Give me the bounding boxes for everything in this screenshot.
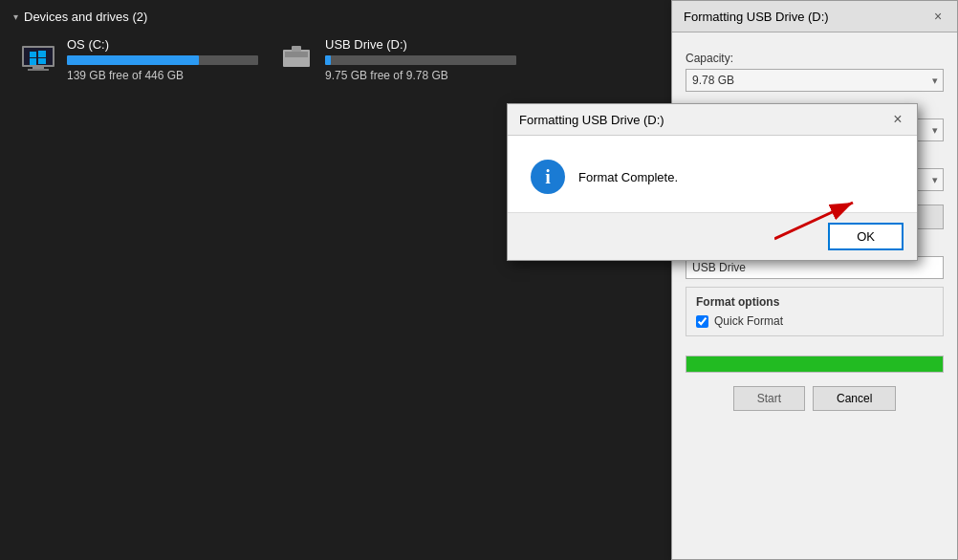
os-drive-free: 139 GB free of 446 GB xyxy=(67,69,258,82)
progress-bar-container xyxy=(686,355,944,373)
start-button[interactable]: Start xyxy=(733,386,805,411)
capacity-select-wrapper: 9.78 GB xyxy=(686,69,944,92)
ok-button[interactable]: OK xyxy=(828,223,904,250)
format-bg-close-button[interactable]: × xyxy=(930,9,946,24)
format-bg-title-bar: Formatting USB Drive (D:) × xyxy=(672,1,957,32)
devices-header-label: Devices and drives (2) xyxy=(24,10,147,24)
usb-drive-free: 9.75 GB free of 9.78 GB xyxy=(325,69,516,82)
os-drive-bar-fill xyxy=(67,55,199,65)
format-complete-dialog: Formatting USB Drive (D:) × i Format Com… xyxy=(507,103,918,261)
cancel-button[interactable]: Cancel xyxy=(813,386,896,411)
usb-drive-bar-container xyxy=(325,55,516,65)
format-dialog-background: Formatting USB Drive (D:) × Capacity: 9.… xyxy=(671,0,958,560)
quick-format-checkbox[interactable] xyxy=(696,315,708,328)
svg-rect-3 xyxy=(38,51,46,57)
drives-container: OS (C:) 139 GB free of 446 GB USB Drive … xyxy=(10,37,621,82)
format-complete-body: i Format Complete. xyxy=(508,136,917,212)
svg-rect-2 xyxy=(30,52,36,57)
usb-drive-bar-fill xyxy=(325,55,331,65)
format-bg-title: Formatting USB Drive (D:) xyxy=(684,10,829,24)
format-options-group: Format options Quick Format xyxy=(686,287,944,336)
os-drive-name: OS (C:) xyxy=(67,37,258,52)
chevron-down-icon: ▾ xyxy=(13,11,18,22)
usb-drive-info: USB Drive (D:) 9.75 GB free of 9.78 GB xyxy=(325,37,516,82)
format-footer: Start Cancel xyxy=(686,386,944,411)
capacity-label: Capacity: xyxy=(686,52,944,65)
devices-section: ▾ Devices and drives (2) xyxy=(10,8,621,82)
format-complete-footer: OK xyxy=(508,212,917,260)
progress-bar-fill xyxy=(686,356,943,372)
format-complete-title-bar: Formatting USB Drive (D:) × xyxy=(508,104,917,136)
svg-rect-5 xyxy=(38,58,46,64)
svg-rect-7 xyxy=(28,69,49,71)
usb-drive-item[interactable]: USB Drive (D:) 9.75 GB free of 9.78 GB xyxy=(277,37,516,82)
quick-format-label: Quick Format xyxy=(714,314,783,328)
devices-header: ▾ Devices and drives (2) xyxy=(10,8,621,26)
os-drive-info: OS (C:) 139 GB free of 446 GB xyxy=(67,37,258,82)
svg-rect-4 xyxy=(30,58,36,65)
info-icon: i xyxy=(531,160,565,194)
format-complete-close-button[interactable]: × xyxy=(890,112,905,127)
quick-format-row: Quick Format xyxy=(696,314,933,328)
format-complete-title: Formatting USB Drive (D:) xyxy=(519,113,664,127)
usb-drive-icon xyxy=(277,37,316,75)
capacity-select[interactable]: 9.78 GB xyxy=(686,69,944,92)
svg-rect-10 xyxy=(292,46,301,52)
os-drive-item[interactable]: OS (C:) 139 GB free of 446 GB xyxy=(19,37,258,82)
format-options-title: Format options xyxy=(696,295,933,309)
svg-rect-9 xyxy=(285,52,308,57)
format-complete-message: Format Complete. xyxy=(578,170,678,184)
usb-drive-name: USB Drive (D:) xyxy=(325,37,516,52)
os-drive-bar-container xyxy=(67,55,258,65)
os-drive-icon xyxy=(19,37,57,75)
